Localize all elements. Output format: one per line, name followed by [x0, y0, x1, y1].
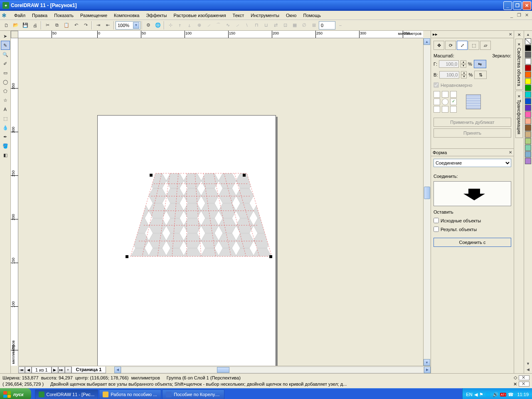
minimize-button[interactable]: _ — [503, 1, 512, 10]
scroll-down-button[interactable]: ▼ — [424, 359, 430, 366]
hscroll-thumb[interactable] — [217, 367, 229, 373]
pick-tool[interactable]: ➤ — [1, 32, 10, 41]
taskbar-task[interactable]: Работа по пособию ... — [99, 389, 161, 399]
swatch[interactable] — [525, 125, 531, 131]
swatch[interactable] — [525, 98, 531, 104]
basic-shapes-tool[interactable]: ☆ — [1, 96, 10, 105]
curve-tool-1[interactable]: ⟋ — [204, 21, 213, 30]
tray-icon[interactable]: ◀ — [474, 392, 478, 397]
reverse-button[interactable]: ⇄ — [271, 21, 280, 30]
menu-tools[interactable]: Инструменты — [247, 12, 283, 19]
mirror-h-button[interactable]: ⇋ — [474, 60, 486, 68]
swatch[interactable] — [525, 158, 531, 164]
swatch[interactable] — [525, 105, 531, 111]
curve-tool-3[interactable]: ∿ — [223, 21, 232, 30]
scroll-up-button[interactable]: ▲ — [424, 38, 430, 45]
menu-window[interactable]: Окно — [283, 12, 300, 19]
node-break-button[interactable]: ⊓ — [252, 21, 261, 30]
menu-effects[interactable]: Эффекты — [143, 12, 170, 19]
swatch[interactable] — [525, 45, 531, 51]
vertical-scrollbar[interactable]: ▲ ▼ — [423, 38, 431, 366]
save-button[interactable]: 💾 — [21, 21, 30, 30]
menu-help[interactable]: Помощь — [300, 12, 324, 19]
vtab-transformation[interactable]: ✕ Трансформация — [515, 91, 523, 138]
menu-edit[interactable]: Правка — [29, 12, 51, 19]
form-close-icon[interactable]: ✕ — [509, 150, 512, 155]
freehand-tool[interactable]: ✐ — [1, 59, 10, 68]
anchor-grid[interactable] — [433, 91, 458, 113]
reduce-button[interactable]: − — [336, 21, 345, 30]
hexagon-grid-object[interactable] — [122, 167, 280, 263]
dropdown-arrow-icon[interactable]: ▼ — [133, 22, 139, 29]
polygon-tool[interactable]: ⬠ — [1, 86, 10, 96]
taskbar-task[interactable]: Пособие по Корелу.... — [162, 389, 224, 399]
eyedropper-tool[interactable]: 💧 — [1, 123, 10, 132]
transform-docker-header[interactable]: ▸▸ ✕ — [431, 31, 514, 38]
rectangle-tool[interactable]: ▭ — [1, 68, 10, 77]
redo-button[interactable]: ↷ — [81, 21, 90, 30]
transform-size-button[interactable]: ⬚ — [468, 41, 479, 50]
swatch[interactable] — [525, 111, 531, 118]
transform-position-button[interactable]: ✥ — [433, 41, 444, 50]
swatch[interactable] — [525, 91, 531, 98]
scroll-track[interactable] — [424, 45, 430, 359]
snap-node-button[interactable]: ⊹ — [166, 21, 175, 30]
interactive-fill-tool[interactable]: ◧ — [1, 150, 10, 160]
interactive-blend-tool[interactable]: ⬚ — [1, 114, 10, 123]
selection-handle-br[interactable] — [269, 255, 272, 258]
scroll-right-button[interactable]: ▶ — [424, 367, 431, 373]
swatch[interactable] — [525, 138, 531, 144]
menu-text[interactable]: Текст — [229, 12, 248, 19]
keep-result-checkbox[interactable]: Результ. объекты — [433, 227, 511, 232]
snap-h-button[interactable]: ⫰ — [185, 21, 194, 30]
scale-h-input[interactable] — [439, 60, 459, 68]
menu-bitmaps[interactable]: Растровые изображения — [170, 12, 229, 19]
ruler-origin[interactable] — [11, 31, 18, 38]
app-launcher-button[interactable]: ⚙ — [144, 21, 153, 30]
vtab-object-properties[interactable]: ✕ Свойства объекта — [515, 39, 523, 90]
menu-view[interactable]: Показать — [51, 12, 77, 19]
selection-handle-tl[interactable] — [150, 174, 153, 177]
cut-button[interactable]: ✂ — [43, 21, 52, 30]
node-join-button[interactable]: ⊔ — [261, 21, 271, 30]
selection-handle-bl[interactable] — [126, 255, 128, 258]
tray-icon[interactable]: ⚑ — [479, 392, 483, 397]
join-with-button[interactable]: Соединить с — [433, 238, 511, 247]
curve-tool-5[interactable]: ⧵ — [242, 21, 251, 30]
fill-tool[interactable]: 🪣 — [1, 141, 10, 150]
mdi-close-button[interactable]: ✕ — [523, 12, 530, 18]
curve-tool-2[interactable]: ⌒ — [214, 21, 223, 30]
drawing-canvas[interactable] — [18, 38, 423, 366]
form-mode-select[interactable]: Соединение — [433, 159, 511, 167]
vertical-ruler[interactable]: миллиметров 50100150200250300350 — [11, 38, 18, 366]
tray-icon[interactable]: ☎ — [508, 392, 514, 397]
curve-tool-4[interactable]: ⟋ — [233, 21, 242, 30]
keep-source-checkbox[interactable]: Исходные объекты — [433, 218, 511, 223]
spin-up[interactable]: ▲ — [461, 60, 466, 64]
tray-icon[interactable]: 🔊 — [493, 392, 498, 397]
snap-v-button[interactable]: ⫯ — [175, 21, 185, 30]
corel-online-button[interactable]: 🌐 — [153, 21, 163, 30]
import-button[interactable]: ⇥ — [94, 21, 103, 30]
taskbar-task[interactable]: CorelDRAW 11 - [Рис... — [35, 389, 99, 399]
select-all-nodes-button[interactable]: ⊞ — [309, 21, 318, 30]
first-page-button[interactable]: ⏮ — [18, 367, 25, 373]
close-button[interactable]: ✕ — [522, 1, 531, 10]
mirror-v-button[interactable]: ⇅ — [474, 71, 487, 79]
open-button[interactable]: 📂 — [11, 21, 20, 30]
clock[interactable]: 11:19 — [517, 392, 529, 397]
align-button[interactable]: ▦ — [290, 21, 299, 30]
add-page-button[interactable]: + — [65, 367, 71, 373]
zoom-tool[interactable]: 🔍 — [1, 50, 10, 59]
ellipse-tool[interactable]: ◯ — [1, 77, 10, 86]
spin-down[interactable]: ▼ — [461, 64, 466, 68]
spin-down2[interactable]: ▼ — [461, 75, 467, 79]
copy-button[interactable]: ⧉ — [52, 21, 62, 30]
menu-arrange[interactable]: Компоновка — [111, 12, 143, 19]
tray-icon[interactable]: ATI — [500, 393, 507, 397]
swatch[interactable] — [525, 118, 531, 124]
transform-rotate-button[interactable]: ⟳ — [445, 41, 456, 50]
last-page-button[interactable]: ⏭ — [58, 367, 65, 373]
docker-close-icon[interactable]: ✕ — [509, 32, 512, 37]
tray-icon[interactable]: 🌐 — [485, 392, 491, 397]
